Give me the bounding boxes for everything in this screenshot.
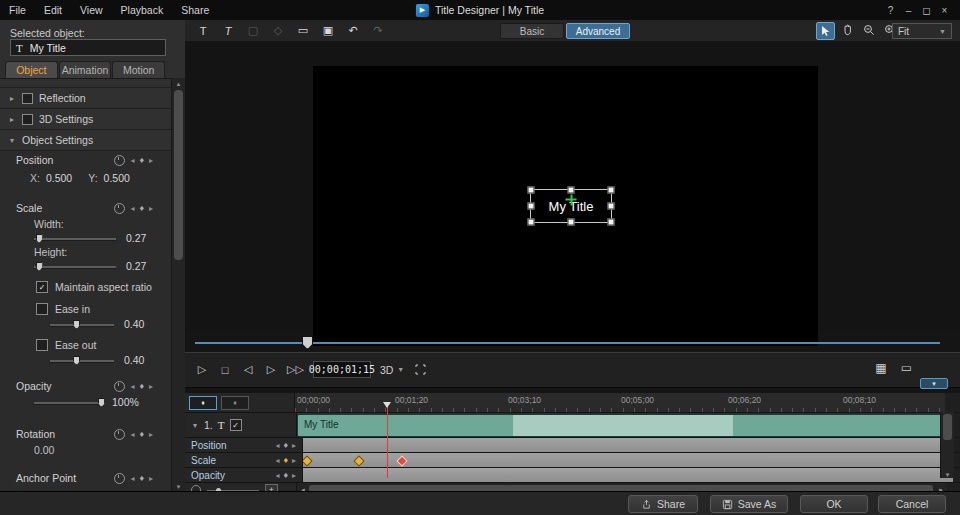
rotation-keyframe-clock-icon[interactable] <box>114 429 125 440</box>
scale-keyframe-clock-icon[interactable] <box>114 203 125 214</box>
preview-seek-bar[interactable] <box>185 332 960 352</box>
width-slider[interactable] <box>34 233 116 243</box>
position-keyframe-clock-icon[interactable] <box>114 155 125 166</box>
insert-vertical-text-button[interactable]: T <box>220 23 236 38</box>
advanced-mode-button[interactable]: Advanced <box>566 23 630 39</box>
resize-handle[interactable] <box>608 219 615 226</box>
opacity-row-prev-keyframe-button[interactable]: ◂ <box>275 471 279 480</box>
scale-next-keyframe-button[interactable]: ▸ <box>149 204 153 213</box>
hand-tool-button[interactable] <box>839 22 856 38</box>
menu-share[interactable]: Share <box>172 4 218 16</box>
preview-canvas[interactable]: My Title <box>313 66 818 346</box>
resize-handle[interactable] <box>528 187 535 194</box>
rotation-value[interactable]: 0.00 <box>0 443 171 457</box>
opacity-slider-thumb[interactable] <box>98 398 105 407</box>
rotation-add-keyframe-button[interactable]: ♦ <box>139 430 144 439</box>
clip-segment-out[interactable] <box>733 415 947 436</box>
menu-playback[interactable]: Playback <box>112 4 173 16</box>
track-visibility-checkbox[interactable]: ✓ <box>230 419 242 431</box>
opacity-row-add-keyframe-button[interactable]: ♦ <box>283 471 288 480</box>
redo-button[interactable]: ↷ <box>370 23 386 38</box>
3d-settings-checkbox[interactable] <box>22 114 33 125</box>
rotation-prev-keyframe-button[interactable]: ◂ <box>130 430 134 439</box>
section-object-settings[interactable]: ▾ Object Settings <box>0 130 171 151</box>
keyframe-diamond[interactable] <box>303 455 313 466</box>
rotation-next-keyframe-button[interactable]: ▸ <box>149 430 153 439</box>
position-row-prev-keyframe-button[interactable]: ◂ <box>275 441 279 450</box>
menu-view[interactable]: View <box>71 4 112 16</box>
scale-prev-keyframe-button[interactable]: ◂ <box>130 204 134 213</box>
select-tool-button[interactable] <box>816 22 835 40</box>
resize-handle[interactable] <box>568 219 575 226</box>
height-slider[interactable] <box>34 261 116 271</box>
keyframe-view-tab-1[interactable]: ♦ <box>189 396 217 410</box>
anchor-keyframe-clock-icon[interactable] <box>114 473 125 484</box>
resize-handle[interactable] <box>528 219 535 226</box>
width-slider-thumb[interactable] <box>36 234 43 243</box>
keyframe-diamond-selected[interactable] <box>396 455 407 466</box>
zoom-out-button[interactable] <box>860 22 877 38</box>
3d-mode-dropdown[interactable]: 3D ▼ <box>380 364 404 376</box>
menu-file[interactable]: File <box>0 4 35 16</box>
position-y-value[interactable]: 0.500 <box>104 172 130 184</box>
insert-text-button[interactable]: T <box>195 23 211 38</box>
close-button[interactable]: × <box>937 5 952 16</box>
maximize-button[interactable]: ◻ <box>919 5 934 16</box>
reflection-checkbox[interactable] <box>22 93 33 104</box>
position-prev-keyframe-button[interactable]: ◂ <box>130 156 134 165</box>
play-button[interactable]: ▷ <box>195 362 209 378</box>
minimize-button[interactable]: – <box>901 5 916 16</box>
scroll-down-icon[interactable]: ▼ <box>941 472 954 478</box>
tab-motion[interactable]: Motion <box>112 61 165 78</box>
ease-out-slider[interactable] <box>50 355 114 365</box>
object-name-field[interactable]: T My Title <box>10 39 166 56</box>
ease-out-checkbox[interactable] <box>36 339 48 351</box>
height-slider-thumb[interactable] <box>36 262 43 271</box>
previous-frame-button[interactable]: ◁ <box>241 362 255 378</box>
scale-row-next-keyframe-button[interactable]: ▸ <box>292 456 296 465</box>
display-mode-button[interactable]: ▭ <box>901 361 912 375</box>
scale-row-prev-keyframe-button[interactable]: ◂ <box>275 456 279 465</box>
collapse-panel-button[interactable]: ▾ <box>920 378 948 389</box>
menu-edit[interactable]: Edit <box>35 4 71 16</box>
keyframe-diamond[interactable] <box>353 455 364 466</box>
timeline-ruler[interactable]: 00;00;00 00;01;20 00;03;10 00;05;00 00;0… <box>295 393 945 413</box>
tab-object[interactable]: Object <box>5 61 58 78</box>
section-reflection[interactable]: ▸ Reflection <box>0 88 171 109</box>
anchor-next-keyframe-button[interactable]: ▸ <box>149 474 153 483</box>
ease-out-slider-thumb[interactable] <box>73 356 80 365</box>
dual-preview-button[interactable]: ▦ <box>875 361 886 375</box>
fullscreen-button[interactable] <box>413 362 427 378</box>
opacity-row-next-keyframe-button[interactable]: ▸ <box>292 471 296 480</box>
section-3d-settings[interactable]: ▸ 3D Settings <box>0 109 171 130</box>
ease-in-slider[interactable] <box>50 319 114 329</box>
insert-shape-button[interactable]: ▢ <box>245 23 261 38</box>
position-next-keyframe-button[interactable]: ▸ <box>149 156 153 165</box>
playhead-marker[interactable] <box>383 402 391 408</box>
undo-button[interactable]: ↶ <box>345 23 361 38</box>
panel-scrollbar[interactable]: ▲ ▼ <box>171 78 185 492</box>
anchor-prev-keyframe-button[interactable]: ◂ <box>130 474 134 483</box>
position-row-add-keyframe-button[interactable]: ♦ <box>283 441 288 450</box>
maintain-aspect-checkbox[interactable]: ✓ <box>36 281 48 293</box>
resize-handle[interactable] <box>608 203 615 210</box>
scale-row-add-keyframe-button[interactable]: ♦ <box>283 456 288 465</box>
anchor-add-keyframe-button[interactable]: ♦ <box>139 474 144 483</box>
resize-handle[interactable] <box>528 203 535 210</box>
position-add-keyframe-button[interactable]: ♦ <box>139 156 144 165</box>
help-button[interactable]: ? <box>883 5 898 16</box>
anchor-point-icon[interactable] <box>566 194 577 205</box>
save-as-button[interactable]: Save As <box>710 495 788 513</box>
fit-dropdown[interactable]: Fit ▼ <box>892 23 952 39</box>
stop-button[interactable]: □ <box>218 362 232 378</box>
tab-animation[interactable]: Animation <box>59 61 112 78</box>
scroll-up-icon[interactable]: ▲ <box>172 78 185 89</box>
ok-button[interactable]: OK <box>800 495 868 513</box>
fast-forward-button[interactable]: ▷▷ <box>287 362 304 378</box>
panel-scrollbar-thumb[interactable] <box>174 90 183 260</box>
track-expand-icon[interactable]: ▾ <box>191 421 199 430</box>
title-object[interactable]: My Title <box>530 189 612 223</box>
basic-mode-button[interactable]: Basic <box>500 23 564 39</box>
position-x-value[interactable]: 0.500 <box>46 172 72 184</box>
timecode-display[interactable]: 00;00;01;15 <box>313 361 371 378</box>
